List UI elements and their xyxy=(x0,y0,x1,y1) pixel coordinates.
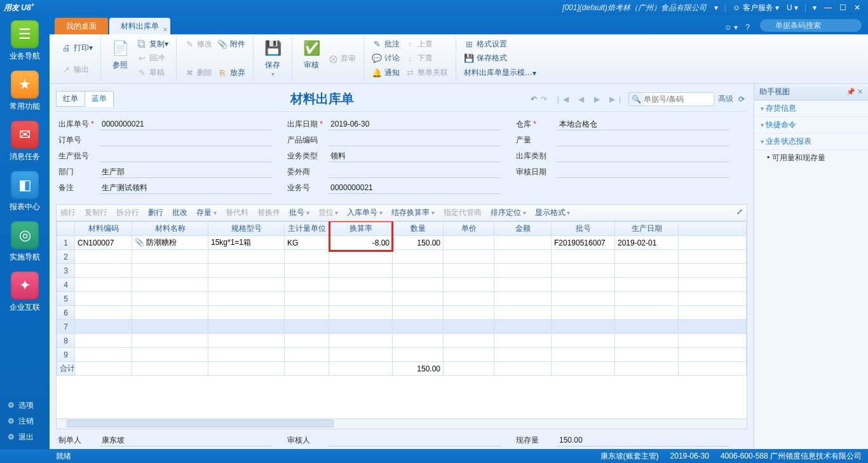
fld-batch[interactable] xyxy=(99,150,272,162)
fld-dept[interactable] xyxy=(99,166,272,178)
format-button[interactable]: ⊞格式设置 xyxy=(461,38,539,51)
fld-prodcode[interactable] xyxy=(328,134,501,146)
copy-button[interactable]: ⿻复制 ▾ xyxy=(134,38,171,51)
notify-button[interactable]: 🔔通知 xyxy=(369,66,402,79)
fld-outtype[interactable] xyxy=(557,150,729,162)
fld-qty[interactable] xyxy=(557,134,729,146)
h-scrollbar[interactable] xyxy=(56,419,747,429)
gb-replace[interactable]: 替换件 xyxy=(257,207,280,218)
advanced-link[interactable]: 高级 xyxy=(718,93,733,104)
gb-sort[interactable]: 排序定位 xyxy=(491,207,526,218)
u-menu[interactable]: U ▾ xyxy=(783,3,802,12)
gb-loc[interactable]: 货位 xyxy=(318,207,339,218)
help-icon[interactable]: ? xyxy=(745,23,750,32)
fld-maker[interactable] xyxy=(99,434,272,446)
link-rel-button[interactable]: ⇄整单关联 xyxy=(402,66,451,79)
fld-biztype[interactable] xyxy=(328,150,501,162)
grid[interactable]: 材料编码材料名称规格型号主计量单位换算率数量单价金额批号生产日期 1CN1000… xyxy=(56,221,747,419)
search-icon[interactable]: 🔍 xyxy=(629,95,644,104)
nav-favorites[interactable]: ★常用功能 xyxy=(0,66,50,116)
gb-convrate[interactable]: 结存换算率 xyxy=(391,207,435,218)
maximize-icon[interactable]: ☐ xyxy=(836,3,850,12)
fld-auditdate[interactable] xyxy=(557,166,729,178)
nav-reports[interactable]: ◧报表中心 xyxy=(0,166,50,216)
nav-buttons[interactable]: ↶↷ |◀ ◀ ▶ ▶| xyxy=(531,95,625,104)
assist-sec-report[interactable]: 业务状态报表 xyxy=(754,134,868,150)
fld-auditor[interactable] xyxy=(328,434,501,446)
gb-inno[interactable]: 入库单号 xyxy=(347,207,383,218)
gb-altmat[interactable]: 替代料 xyxy=(226,207,248,218)
options-link[interactable]: 选项 xyxy=(0,397,50,413)
minimize-icon[interactable]: — xyxy=(820,3,836,12)
attach-button[interactable]: 📎附件 xyxy=(215,38,248,51)
nav-business[interactable]: ☰业务导航 xyxy=(0,15,50,66)
table-row[interactable]: 8 xyxy=(57,334,747,348)
edit-button[interactable]: ✎修改 xyxy=(182,38,215,51)
fld-docdate[interactable] xyxy=(328,118,501,130)
refresh-icon[interactable]: ⟳ xyxy=(736,95,747,104)
lookup-down-button[interactable]: ↓下查 xyxy=(402,52,451,65)
table-row[interactable]: 6 xyxy=(57,306,747,320)
assist-item-avail[interactable]: • 可用量和现存量 xyxy=(754,150,868,166)
gb-stock[interactable]: 存量 xyxy=(196,207,217,218)
save-button[interactable]: 💾保存▾ xyxy=(259,37,287,79)
delete-button[interactable]: ✖删除 xyxy=(182,66,215,79)
gb-batchno[interactable]: 批号 xyxy=(289,207,309,218)
table-row[interactable]: 1CN100007📎 防潮糖粉15kg*1=1箱KG-8.00150.00F20… xyxy=(57,236,747,250)
barcode-search[interactable] xyxy=(760,19,862,32)
tab-desktop[interactable]: 我的桌面 xyxy=(55,18,108,34)
annotate-button[interactable]: ✎批注 xyxy=(369,38,402,51)
gb-copyrow[interactable]: 复制行 xyxy=(85,207,107,218)
attach-icon[interactable]: 📎 xyxy=(135,238,144,247)
discuss-button[interactable]: 💬讨论 xyxy=(369,52,402,65)
logout-link[interactable]: 注销 xyxy=(0,413,50,429)
nav-impl[interactable]: ◎实施导航 xyxy=(0,216,50,266)
gb-split[interactable]: 拆分行 xyxy=(116,207,139,218)
display-template[interactable]: 材料出库单显示模… ▾ xyxy=(461,66,539,79)
reference-button[interactable]: 📄参照 xyxy=(106,37,134,72)
gb-delrow[interactable]: 删行 xyxy=(148,207,163,218)
blue-tab[interactable]: 蓝单 xyxy=(85,91,114,107)
fld-memo[interactable] xyxy=(99,182,272,194)
draft-button[interactable]: ✎草稿 xyxy=(134,66,171,79)
fld-outsource[interactable] xyxy=(328,166,501,178)
fld-stock[interactable] xyxy=(557,434,729,446)
barcode-search-input[interactable] xyxy=(760,19,862,32)
more-menu[interactable]: ▾ xyxy=(809,3,820,12)
table-row[interactable]: 9 xyxy=(57,348,747,362)
table-row[interactable]: 4 xyxy=(57,278,747,292)
fld-wh[interactable] xyxy=(557,118,729,130)
doc-search-input[interactable] xyxy=(644,93,714,106)
gb-insert[interactable]: 插行 xyxy=(60,207,76,218)
exit-link[interactable]: 退出 xyxy=(0,429,50,445)
assist-sec-quick[interactable]: 快捷命令 xyxy=(754,117,868,134)
tab-material-out[interactable]: 材料出库单✕ xyxy=(109,18,170,34)
abort-audit-button[interactable]: ⨂弃审 xyxy=(325,52,358,66)
audit-button[interactable]: ✅审核 xyxy=(297,37,325,72)
reverse-button[interactable]: ↩回冲 xyxy=(134,52,171,65)
gb-dispfmt[interactable]: 显示格式 xyxy=(535,207,571,218)
smile-icon[interactable]: ☺ ▾ xyxy=(724,23,738,32)
save-format-button[interactable]: 💾保存格式 xyxy=(461,52,539,65)
gb-batchedit[interactable]: 批改 xyxy=(172,207,187,218)
customer-service[interactable]: ☺ 客户服务 ▾ xyxy=(729,3,783,13)
table-row[interactable]: 7 xyxy=(57,320,747,334)
gb-agent[interactable]: 指定代管商 xyxy=(444,207,482,218)
table-row[interactable]: 2 xyxy=(57,250,747,264)
gb-expand-icon[interactable]: ⤢ xyxy=(736,207,743,218)
fld-order[interactable] xyxy=(99,134,272,146)
pin-icon[interactable]: 📌 ✕ xyxy=(846,88,863,96)
abandon-button[interactable]: ⎘放弃 xyxy=(215,66,248,79)
company-dropdown[interactable]: ▾ xyxy=(710,3,722,12)
close-icon[interactable]: ✕ xyxy=(850,3,864,12)
nav-enterprise[interactable]: ✦企业互联 xyxy=(0,266,50,317)
nav-messages[interactable]: ✉消息任务 xyxy=(0,116,50,166)
lookup-up-button[interactable]: ↑上查 xyxy=(402,38,451,51)
table-row[interactable]: 5 xyxy=(57,292,747,306)
fld-docno[interactable] xyxy=(99,118,272,130)
print-button[interactable]: 🖨打印 ▾ xyxy=(58,41,95,55)
output-button[interactable]: ↗输出 xyxy=(58,63,95,76)
table-row[interactable]: 3 xyxy=(57,264,747,278)
assist-sec-inventory[interactable]: 存货信息 xyxy=(754,100,868,117)
tab-close-icon[interactable]: ✕ xyxy=(163,22,168,38)
